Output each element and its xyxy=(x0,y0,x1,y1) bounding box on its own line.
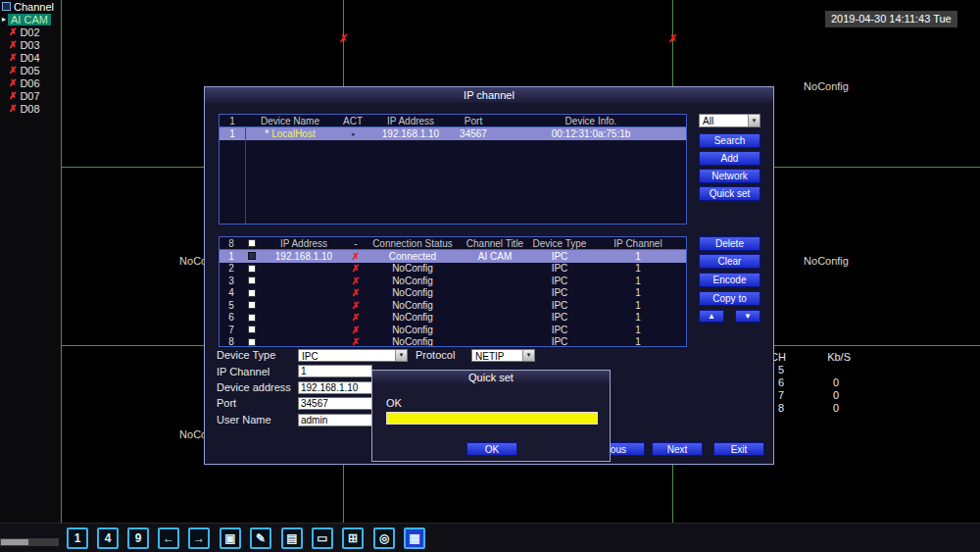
table-row[interactable]: 6 ✗ NoConfig IPC 1 xyxy=(220,312,686,325)
progress-bar xyxy=(386,412,598,425)
display-icon[interactable]: ▭ xyxy=(312,527,333,549)
disconnect-x-icon: ✗ xyxy=(347,312,365,323)
tile-noconfig-label: NoConfig xyxy=(804,255,849,267)
ptz-pen-icon[interactable]: ✎ xyxy=(250,527,271,549)
network-button[interactable]: Network xyxy=(699,169,760,183)
add-button[interactable]: Add xyxy=(699,151,760,166)
port-label: Port xyxy=(217,397,236,409)
sidebar-item-label: AI CAM xyxy=(8,14,51,25)
modal-message: OK xyxy=(386,397,402,409)
dialog-title: IP channel xyxy=(205,87,773,103)
next-channel-icon[interactable]: → xyxy=(188,527,210,549)
ip-channel-field[interactable] xyxy=(298,365,372,377)
sidebar-item-label: D05 xyxy=(20,65,39,76)
table-row[interactable]: 8 ✗ NoConfig IPC 1 xyxy=(220,336,686,348)
offline-x-icon: ✗ xyxy=(9,90,17,101)
sidebar-item-d08[interactable]: ✗ D08 xyxy=(0,102,61,115)
view-single-icon[interactable]: 1 xyxy=(67,527,88,549)
device-type-select[interactable]: IPC ▼ xyxy=(298,349,408,362)
disconnect-x-icon: ✗ xyxy=(347,263,365,274)
zoom-icon[interactable]: ◎ xyxy=(373,527,395,549)
channel-sidebar: Channel ▸ AI CAM ✗ D02 ✗ D03 ✗ D04 ✗ D05… xyxy=(0,0,61,523)
table-row[interactable]: 1 192.168.1.10 ✗ Connected AI CAM IPC 1 xyxy=(220,250,686,263)
offline-x-icon: ✗ xyxy=(9,52,17,63)
quick-set-button[interactable]: Quick set xyxy=(699,186,760,201)
bitrate-header: CH Kb/S xyxy=(770,351,857,364)
ok-button[interactable]: OK xyxy=(466,442,517,456)
ip-channel-dialog: IP channel 1 Device Name ACT IP Address … xyxy=(204,86,774,465)
sidebar-item-d07[interactable]: ✗ D07 xyxy=(0,89,61,102)
playback-icon[interactable]: ▣ xyxy=(220,527,241,549)
row-checkbox[interactable] xyxy=(248,338,256,346)
view-nine-icon[interactable]: 9 xyxy=(127,527,149,549)
horizontal-scrollbar[interactable] xyxy=(0,538,59,546)
select-all-checkbox[interactable] xyxy=(248,239,256,247)
chevron-down-icon: ▼ xyxy=(748,115,760,126)
offline-x-icon: ✗ xyxy=(9,65,17,75)
sidebar-item-d03[interactable]: ✗ D03 xyxy=(0,38,61,51)
device-address-label: Device address xyxy=(217,381,291,393)
encode-button[interactable]: Encode xyxy=(699,273,760,287)
offline-x-icon: ✗ xyxy=(9,26,17,37)
device-ip: 192.168.1.10 xyxy=(370,128,451,139)
multi-view-icon[interactable]: ▦ xyxy=(404,527,425,549)
device-count: 1 xyxy=(220,116,245,126)
sidebar-item-ai-cam[interactable]: ▸ AI CAM xyxy=(0,13,61,25)
row-checkbox[interactable] xyxy=(248,289,256,297)
bitrate-row: 5 xyxy=(770,364,857,376)
disconnect-x-icon: ✗ xyxy=(347,300,365,311)
exit-button[interactable]: Exit xyxy=(713,442,764,456)
channel-table: 8 IP Address - Connection Status Channel… xyxy=(219,236,687,347)
device-row-localhost[interactable]: 1 * LocalHost ● 192.168.1.10 34567 00:12… xyxy=(220,127,686,140)
prev-channel-icon[interactable]: ← xyxy=(158,527,179,549)
protocol-select[interactable]: NETIP ▼ xyxy=(471,349,535,362)
port-field[interactable] xyxy=(298,397,372,410)
search-button[interactable]: Search xyxy=(699,133,760,148)
clear-button[interactable]: Clear xyxy=(699,254,760,269)
snapshot-icon[interactable]: ▤ xyxy=(281,527,303,549)
protocol-filter-select[interactable]: All ▼ xyxy=(699,114,760,127)
sidebar-item-d06[interactable]: ✗ D06 xyxy=(0,76,61,89)
next-button[interactable]: Next xyxy=(652,442,703,456)
row-checkbox[interactable] xyxy=(248,252,256,260)
chevron-down-icon: ▼ xyxy=(522,350,534,361)
network-icon[interactable]: ⊞ xyxy=(342,527,364,549)
no-video-x-icon: ✗ xyxy=(339,32,348,45)
table-row[interactable]: 3 ✗ NoConfig IPC 1 xyxy=(220,275,686,287)
row-checkbox[interactable] xyxy=(248,301,256,309)
quick-set-modal: Quick set OK OK xyxy=(371,370,611,462)
sidebar-item-d05[interactable]: ✗ D05 xyxy=(0,64,61,76)
sidebar-item-d04[interactable]: ✗ D04 xyxy=(0,51,61,64)
disconnect-x-icon: ✗ xyxy=(347,287,365,298)
bitrate-row: 6 0 xyxy=(770,376,857,389)
disconnect-x-icon: ✗ xyxy=(347,276,365,286)
no-video-x-icon: ✗ xyxy=(668,32,677,45)
user-name-field[interactable] xyxy=(298,414,372,427)
table-row[interactable]: 2 ✗ NoConfig IPC 1 xyxy=(220,263,686,276)
view-quad-icon[interactable]: 4 xyxy=(97,527,119,549)
delete-button[interactable]: Delete xyxy=(699,236,760,251)
table-row[interactable]: 4 ✗ NoConfig IPC 1 xyxy=(220,287,686,300)
bitrate-row: 8 0 xyxy=(770,402,857,415)
row-checkbox[interactable] xyxy=(248,276,256,284)
row-checkbox[interactable] xyxy=(248,265,256,273)
move-up-button[interactable]: ▲ xyxy=(699,310,724,323)
device-name: LocalHost xyxy=(271,128,315,139)
sidebar-item-label: D02 xyxy=(20,26,39,38)
row-checkbox[interactable] xyxy=(248,326,256,333)
row-checkbox[interactable] xyxy=(248,314,256,322)
channel-table-header: 8 IP Address - Connection Status Channel… xyxy=(220,237,686,250)
copy-to-button[interactable]: Copy to xyxy=(699,291,760,306)
offline-x-icon: ✗ xyxy=(9,77,17,88)
scrollbar-thumb[interactable] xyxy=(1,539,28,545)
datetime-display: 2019-04-30 14:11:43 Tue xyxy=(825,11,957,27)
table-row[interactable]: 5 ✗ NoConfig IPC 1 xyxy=(220,299,686,312)
device-port: 34567 xyxy=(451,128,496,139)
move-down-button[interactable]: ▼ xyxy=(735,310,760,323)
table-row[interactable]: 7 ✗ NoConfig IPC 1 xyxy=(220,324,686,336)
column-separator xyxy=(245,127,246,224)
sidebar-item-label: D07 xyxy=(20,90,39,102)
device-address-field[interactable] xyxy=(298,381,372,394)
bottom-toolbar: 1 4 9 ← → ▣ ✎ ▤ ▭ ⊞ ◎ ▦ xyxy=(0,523,980,552)
sidebar-item-d02[interactable]: ✗ D02 xyxy=(0,25,61,38)
